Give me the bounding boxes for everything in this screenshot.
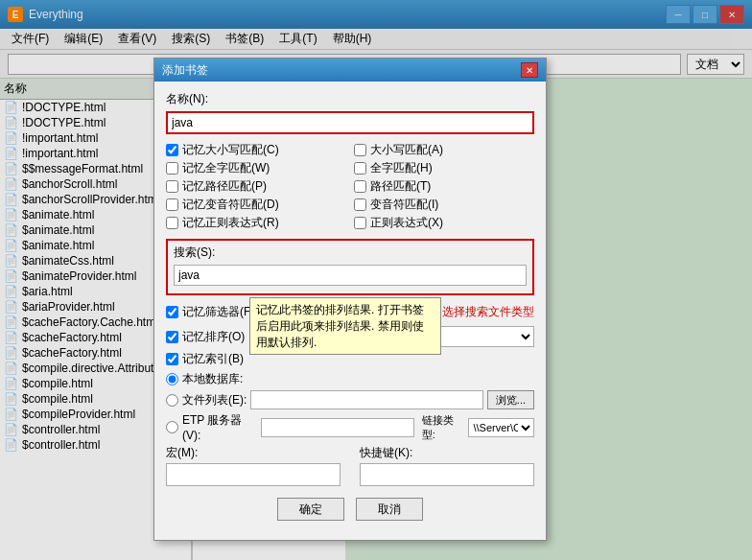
dialog-close-button[interactable]: ✕ [521,62,538,78]
search-label: 搜索(S): [174,245,527,261]
name-label: 名称(N): [166,91,534,107]
checkbox-path[interactable]: 路径匹配(T) [354,178,534,195]
checkbox-whole-word-memory[interactable]: 记忆全字匹配(W) [166,160,346,176]
link-type-label: 链接类型: [422,413,465,442]
filter-hint: 选择搜索文件类型 [442,304,534,320]
checkbox-diacritic[interactable]: 变音符匹配(I) [354,197,534,213]
tooltip: 记忆此书签的排列结果. 打开书签后启用此项来排列结果. 禁用则使用默认排列. [249,297,441,355]
shortcut-input[interactable] [360,463,534,486]
etp-radio[interactable] [166,421,178,433]
etp-input[interactable] [261,418,414,437]
search-input-dialog[interactable] [174,265,527,286]
file-list-radio[interactable] [166,394,178,407]
sort-checkbox[interactable]: 记忆排序(O) [166,329,245,345]
filter-checkbox[interactable]: 记忆筛选器(F) [166,304,254,320]
file-list-input[interactable] [250,390,482,409]
macro-col: 宏(M): [166,445,341,486]
checkbox-whole-word[interactable]: 全字匹配(H) [354,160,534,176]
macro-row: 宏(M): 快捷键(K): [166,445,534,486]
ok-button[interactable]: 确定 [277,498,344,521]
macro-input[interactable] [166,463,341,486]
file-list-radio-row: 文件列表(E): 浏览... [166,390,534,409]
shortcut-label: 快捷键(K): [360,445,534,461]
checkboxes-grid: 记忆大小写匹配(C) 大小写匹配(A) 记忆全字匹配(W) 全字匹配(H) 记忆… [166,142,534,231]
etp-radio-row: ETP 服务器(V): 链接类型: \\Server\C [166,412,534,442]
dialog-titlebar: 添加书签 ✕ [154,58,546,82]
shortcut-col: 快捷键(K): [360,445,534,486]
checkbox-regex[interactable]: 正则表达式(X) [354,215,534,231]
checkbox-path-memory[interactable]: 记忆路径匹配(P) [166,178,346,195]
db-radio-row: 本地数据库: [166,371,534,387]
checkbox-regex-memory[interactable]: 记忆正则表达式(R) [166,215,346,231]
checkbox-case[interactable]: 大小写匹配(A) [354,142,534,158]
dialog-overlay: 添加书签 ✕ 名称(N): 记忆大小写匹配(C) 大小写匹配(A) 记忆全字匹配 [0,0,752,560]
cancel-button[interactable]: 取消 [356,498,423,521]
name-input[interactable] [166,111,534,134]
link-type-select[interactable]: \\Server\C [468,418,534,437]
browse-button[interactable]: 浏览... [487,390,534,409]
checkbox-case-memory[interactable]: 记忆大小写匹配(C) [166,142,346,158]
dialog-title: 添加书签 [162,62,521,79]
macro-label: 宏(M): [166,445,341,461]
dialog-footer: 确定 取消 [166,492,534,530]
db-radio[interactable] [166,373,178,385]
checkbox-diacritic-memory[interactable]: 记忆变音符匹配(D) [166,197,346,213]
